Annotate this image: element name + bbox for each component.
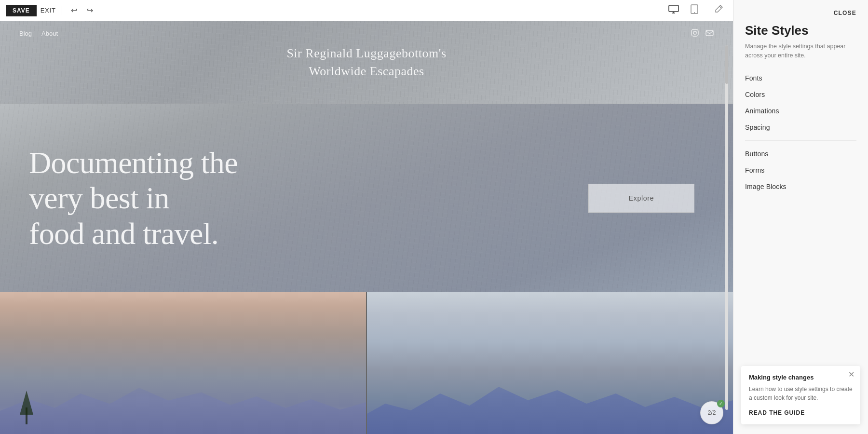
email-icon[interactable] (705, 29, 714, 38)
svg-rect-6 (692, 29, 698, 36)
website-preview: Blog About (0, 21, 733, 434)
svg-point-7 (693, 31, 696, 34)
pen-tool-button[interactable] (710, 2, 727, 18)
explore-button[interactable]: Explore (588, 184, 694, 213)
svg-line-5 (719, 6, 721, 8)
toolbar-separator (62, 6, 62, 15)
nav-item-colors[interactable]: Colors (733, 86, 868, 103)
canvas: Blog About (0, 21, 733, 434)
right-panel: CLOSE Site Styles Manage the style setti… (733, 0, 868, 434)
svg-point-4 (694, 12, 695, 13)
panel-title: Site Styles (745, 23, 856, 38)
page-counter-label: 2/2 (708, 409, 716, 416)
tooltip-close-button[interactable]: ✕ (848, 371, 854, 379)
tooltip-text: Learn how to use style settings to creat… (749, 385, 853, 402)
nav-item-fonts[interactable]: Fonts (733, 70, 868, 86)
svg-point-8 (696, 31, 697, 32)
check-icon: ✓ (717, 400, 725, 407)
social-icons (691, 29, 714, 38)
grid-image-left (0, 292, 366, 434)
panel-subtitle: Manage the style settings that appear ac… (745, 42, 856, 60)
scroll-indicator[interactable] (725, 45, 728, 410)
undo-button[interactable]: ↩ (68, 4, 80, 17)
nav-item-animations[interactable]: Animations (733, 103, 868, 119)
nav-item-forms[interactable]: Forms (733, 162, 868, 178)
desktop-icon (668, 5, 679, 14)
redo-icon: ↪ (87, 6, 93, 15)
site-title-heading: Sir Reginald Luggagebottom's Worldwide E… (286, 45, 446, 80)
hero-text: Documenting the very best in food and tr… (29, 145, 270, 252)
pen-icon (714, 4, 723, 14)
redo-button[interactable]: ↪ (84, 4, 96, 17)
nav-item-buttons[interactable]: Buttons (733, 146, 868, 162)
tablet-icon (691, 4, 698, 14)
site-title: Sir Reginald Luggagebottom's Worldwide E… (286, 45, 446, 80)
undo-icon: ↩ (71, 6, 77, 15)
nav-blog[interactable]: Blog (19, 30, 32, 37)
panel-close-button[interactable]: CLOSE (834, 10, 856, 16)
site-header: Blog About (0, 21, 733, 104)
tablet-view-button[interactable] (687, 2, 702, 18)
desktop-view-button[interactable] (665, 3, 683, 18)
hero-section: Documenting the very best in food and tr… (0, 104, 733, 292)
scroll-thumb (725, 45, 728, 84)
svg-rect-9 (706, 30, 713, 36)
image-grid (0, 292, 733, 434)
toolbar: SAVE EXIT ↩ ↪ (0, 0, 733, 21)
tooltip-card: ✕ Making style changes Learn how to use … (741, 366, 860, 424)
save-button[interactable]: SAVE (6, 5, 37, 16)
tooltip-title: Making style changes (749, 374, 853, 381)
panel-title-section: Site Styles Manage the style settings th… (733, 21, 868, 66)
exit-button[interactable]: EXIT (41, 7, 56, 14)
tree-silhouette (19, 391, 34, 424)
svg-rect-0 (669, 5, 678, 12)
instagram-icon[interactable] (691, 29, 699, 38)
nav-item-image-blocks[interactable]: Image Blocks (733, 178, 868, 195)
nav-item-spacing[interactable]: Spacing (733, 119, 868, 136)
site-nav: Blog About (0, 21, 733, 46)
hero-heading: Documenting the very best in food and tr… (29, 145, 270, 252)
grid-image-right (366, 292, 733, 434)
tooltip-read-guide-button[interactable]: READ THE GUIDE (749, 409, 805, 416)
nav-links: Blog About (19, 30, 58, 37)
nav-about[interactable]: About (41, 30, 58, 37)
panel-header: CLOSE (733, 0, 868, 21)
panel-divider (745, 140, 856, 141)
panel-nav: Fonts Colors Animations Spacing Buttons … (733, 66, 868, 195)
page-counter: 2/2 ✓ (700, 401, 723, 424)
